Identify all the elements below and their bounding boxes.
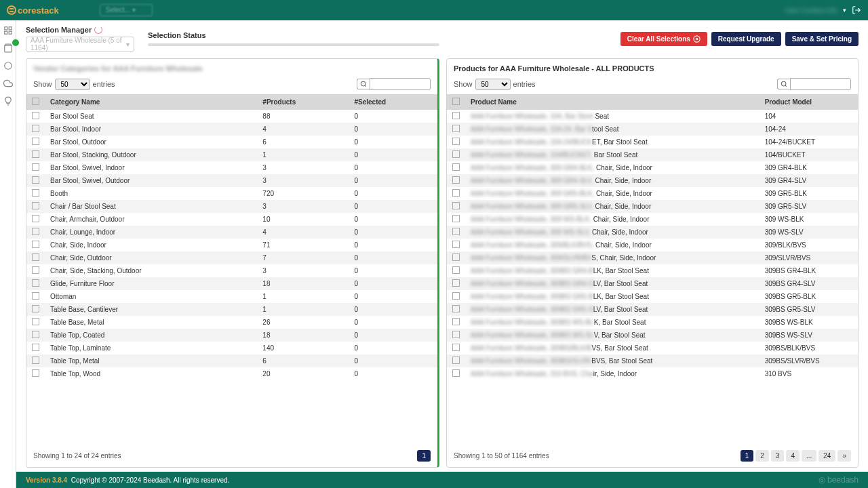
row-checkbox[interactable] — [32, 112, 39, 119]
table-row[interactable]: AAA Furniture Wholesale, 309 GR4-SLV, Ch… — [447, 174, 858, 187]
table-row[interactable]: Bar Stool Seat880 — [26, 110, 437, 123]
refresh-icon[interactable] — [3, 61, 13, 70]
table-row[interactable]: Chair, Lounge, Indoor40 — [26, 226, 437, 239]
table-row[interactable]: Bar Stool, Outdoor60 — [26, 136, 437, 148]
table-row[interactable]: AAA Furniture Wholesale, 309BS WS-SLV, B… — [447, 329, 858, 342]
table-row[interactable]: Bar Stool, Swivel, Outdoor30 — [26, 174, 437, 187]
row-checkbox[interactable] — [452, 138, 460, 145]
products-search-input[interactable] — [790, 78, 851, 90]
table-row[interactable]: Chair, Side, Indoor710 — [26, 239, 437, 251]
topbar-dropdown[interactable]: Select... ▾ — [100, 4, 153, 16]
table-row[interactable]: AAA Furniture Wholesale, 309BS/SLVR/BVS,… — [447, 354, 858, 367]
row-checkbox[interactable] — [32, 189, 39, 197]
row-checkbox[interactable] — [32, 344, 39, 351]
table-row[interactable]: Table Base, Metal260 — [26, 316, 437, 329]
table-row[interactable]: Bar Stool, Swivel, Indoor30 — [26, 161, 437, 174]
row-checkbox[interactable] — [32, 125, 39, 132]
table-row[interactable]: AAA Furniture Wholesale, 310 BVS, Chair,… — [447, 367, 858, 380]
table-row[interactable]: Table Top, Coated180 — [26, 329, 437, 342]
row-checkbox[interactable] — [452, 266, 460, 274]
table-row[interactable]: AAA Furniture Wholesale, 309/SLVR/BVS, C… — [447, 251, 858, 264]
row-checkbox[interactable] — [452, 228, 460, 235]
table-row[interactable]: AAA Furniture Wholesale, 309BS/BLK/BVS, … — [447, 342, 858, 354]
categories-search-input[interactable] — [370, 78, 431, 90]
table-row[interactable]: AAA Furniture Wholesale, 309BS WS-BLK, B… — [447, 316, 858, 329]
row-checkbox[interactable] — [32, 215, 39, 222]
inventory-icon[interactable] — [3, 43, 13, 53]
row-checkbox[interactable] — [32, 279, 39, 287]
col-product-model[interactable]: Product Model — [760, 94, 858, 110]
row-checkbox[interactable] — [32, 176, 39, 184]
table-row[interactable]: AAA Furniture Wholesale, 104/BUCKET, Bar… — [447, 148, 858, 161]
row-checkbox[interactable] — [452, 292, 460, 300]
row-checkbox[interactable] — [32, 305, 39, 312]
table-row[interactable]: Chair, Side, Outdoor70 — [26, 251, 437, 264]
table-row[interactable]: Chair, Armchair, Outdoor100 — [26, 213, 437, 226]
page-button[interactable]: 2 — [755, 450, 769, 462]
table-row[interactable]: AAA Furniture Wholesale, 309/BLK/BVS, Ch… — [447, 239, 858, 251]
table-row[interactable]: AAA Furniture Wholesale, 309BS GR5-SLV, … — [447, 303, 858, 316]
clear-selections-button[interactable]: Clear All Selections — [620, 32, 707, 46]
col-product-name[interactable]: Product Name — [465, 94, 760, 110]
row-checkbox[interactable] — [452, 215, 460, 222]
row-checkbox[interactable] — [452, 279, 460, 287]
table-row[interactable]: Bar Stool, Indoor40 — [26, 123, 437, 136]
col-category-name[interactable]: Category Name — [45, 94, 257, 110]
col-selected[interactable]: #Selected — [349, 94, 437, 110]
page-button[interactable]: 24 — [818, 450, 835, 462]
row-checkbox[interactable] — [32, 292, 39, 300]
table-row[interactable]: AAA Furniture Wholesale, 309 GR5-SLV, Ch… — [447, 200, 858, 213]
row-checkbox[interactable] — [32, 202, 39, 209]
bulb-icon[interactable] — [3, 96, 13, 106]
row-checkbox[interactable] — [452, 241, 460, 248]
row-checkbox[interactable] — [452, 253, 460, 261]
table-row[interactable]: Chair, Side, Stacking, Outdoor30 — [26, 264, 437, 277]
table-row[interactable]: Booth7200 — [26, 187, 437, 200]
row-checkbox[interactable] — [32, 253, 39, 261]
table-row[interactable]: AAA Furniture Wholesale, 104-24/BUCKET, … — [447, 136, 858, 148]
table-row[interactable]: Ottoman10 — [26, 290, 437, 303]
request-upgrade-button[interactable]: Request Upgrade — [711, 32, 781, 46]
row-checkbox[interactable] — [452, 163, 460, 171]
table-row[interactable]: Table Base, Cantilever10 — [26, 303, 437, 316]
search-icon[interactable] — [777, 79, 790, 89]
row-checkbox[interactable] — [452, 189, 460, 197]
table-row[interactable]: AAA Furniture Wholesale, 309 GR5-BLK, Ch… — [447, 187, 858, 200]
search-icon[interactable] — [357, 79, 370, 89]
table-row[interactable]: Bar Stool, Stacking, Outdoor10 — [26, 148, 437, 161]
row-checkbox[interactable] — [452, 318, 460, 325]
row-checkbox[interactable] — [32, 318, 39, 325]
row-checkbox[interactable] — [452, 176, 460, 184]
row-checkbox[interactable] — [32, 138, 39, 145]
row-checkbox[interactable] — [32, 163, 39, 171]
table-row[interactable]: AAA Furniture Wholesale, 309 GR4-BLK, Ch… — [447, 161, 858, 174]
row-checkbox[interactable] — [452, 305, 460, 312]
table-row[interactable]: AAA Furniture Wholesale, 104-24, Bar Sto… — [447, 123, 858, 136]
page-size-select[interactable]: 50 — [55, 79, 90, 90]
row-checkbox[interactable] — [452, 344, 460, 351]
logout-icon[interactable] — [852, 5, 861, 15]
row-checkbox[interactable] — [32, 150, 39, 158]
cloud-icon[interactable] — [3, 79, 13, 88]
chevron-down-icon[interactable]: ▾ — [843, 7, 846, 14]
row-checkbox[interactable] — [32, 331, 39, 338]
row-checkbox[interactable] — [452, 369, 460, 377]
table-row[interactable]: AAA Furniture Wholesale, 309BS GR4-BLK, … — [447, 264, 858, 277]
table-row[interactable]: AAA Furniture Wholesale, 309BS GR4-SLV, … — [447, 277, 858, 290]
page-size-select[interactable]: 50 — [475, 79, 511, 90]
row-checkbox[interactable] — [32, 369, 39, 377]
table-row[interactable]: Table Top, Metal60 — [26, 354, 437, 367]
row-checkbox[interactable] — [32, 266, 39, 274]
row-checkbox[interactable] — [452, 331, 460, 338]
select-all-checkbox[interactable] — [452, 98, 460, 105]
page-button[interactable]: 3 — [771, 450, 785, 462]
vendor-dropdown[interactable]: AAA Furniture Wholesale (5 of 1164)▾ — [26, 37, 134, 52]
page-button[interactable]: 1 — [741, 450, 754, 462]
page-button[interactable]: 4 — [786, 450, 800, 462]
table-row[interactable]: Chair / Bar Stool Seat30 — [26, 200, 437, 213]
table-row[interactable]: Table Top, Laminate1400 — [26, 342, 437, 354]
table-row[interactable]: AAA Furniture Wholesale, 104, Bar Stool … — [447, 110, 858, 123]
table-row[interactable]: Table Top, Wood200 — [26, 367, 437, 380]
dashboard-icon[interactable] — [3, 26, 13, 35]
table-row[interactable]: Glide, Furniture Floor180 — [26, 277, 437, 290]
